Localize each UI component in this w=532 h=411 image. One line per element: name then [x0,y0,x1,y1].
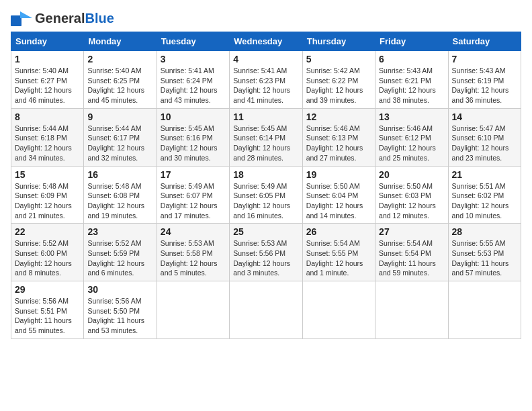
svg-marker-1 [20,11,32,18]
weekday-header: Saturday [448,32,521,51]
calendar-cell: 2Sunrise: 5:40 AMSunset: 6:25 PMDaylight… [84,51,157,109]
calendar-cell [448,281,521,339]
weekday-header: Thursday [302,32,375,51]
calendar-cell: 18Sunrise: 5:49 AMSunset: 6:05 PMDayligh… [230,166,302,224]
calendar-cell: 21Sunrise: 5:51 AMSunset: 6:02 PMDayligh… [448,166,521,224]
day-info: Sunrise: 5:53 AMSunset: 5:58 PMDaylight:… [161,238,226,278]
day-number: 8 [15,111,80,122]
day-number: 18 [233,169,298,180]
logo-icon [11,11,32,26]
day-number: 7 [452,54,517,64]
weekday-header: Monday [84,32,157,51]
logo-text: GeneralBlue [35,11,114,26]
day-info: Sunrise: 5:40 AMSunset: 6:27 PMDaylight:… [15,66,80,105]
calendar-cell: 27Sunrise: 5:54 AMSunset: 5:54 PMDayligh… [375,224,448,281]
page-header: GeneralBlue [11,11,521,26]
day-number: 5 [306,54,371,64]
day-info: Sunrise: 5:47 AMSunset: 6:10 PMDaylight:… [452,124,517,163]
calendar-cell: 14Sunrise: 5:47 AMSunset: 6:10 PMDayligh… [448,108,521,166]
day-number: 10 [161,111,226,122]
day-info: Sunrise: 5:49 AMSunset: 6:05 PMDaylight:… [233,181,298,221]
day-number: 28 [452,226,517,237]
weekday-header: Tuesday [157,32,229,51]
day-number: 30 [87,284,152,295]
day-number: 12 [306,111,371,122]
weekday-header-row: SundayMondayTuesdayWednesdayThursdayFrid… [11,32,521,51]
calendar-cell [375,281,448,339]
day-info: Sunrise: 5:43 AMSunset: 6:21 PMDaylight:… [379,66,444,105]
weekday-header: Wednesday [230,32,302,51]
day-info: Sunrise: 5:50 AMSunset: 6:03 PMDaylight:… [379,181,444,221]
day-info: Sunrise: 5:40 AMSunset: 6:25 PMDaylight:… [87,66,152,105]
calendar-cell [157,281,229,339]
day-info: Sunrise: 5:43 AMSunset: 6:19 PMDaylight:… [452,66,517,105]
day-info: Sunrise: 5:45 AMSunset: 6:16 PMDaylight:… [161,124,226,163]
day-number: 27 [379,226,444,237]
day-number: 9 [87,111,152,122]
day-number: 23 [87,226,152,237]
calendar-week-row: 22Sunrise: 5:52 AMSunset: 6:00 PMDayligh… [11,224,521,281]
day-info: Sunrise: 5:53 AMSunset: 5:56 PMDaylight:… [233,238,298,278]
calendar-cell: 12Sunrise: 5:46 AMSunset: 6:13 PMDayligh… [302,108,375,166]
calendar-cell: 20Sunrise: 5:50 AMSunset: 6:03 PMDayligh… [375,166,448,224]
day-number: 21 [452,169,517,180]
calendar-cell: 17Sunrise: 5:49 AMSunset: 6:07 PMDayligh… [157,166,229,224]
svg-rect-0 [11,15,21,26]
day-number: 20 [379,169,444,180]
weekday-header: Sunday [11,32,84,51]
calendar-cell: 13Sunrise: 5:46 AMSunset: 6:12 PMDayligh… [375,108,448,166]
day-info: Sunrise: 5:52 AMSunset: 6:00 PMDaylight:… [15,238,80,278]
calendar-cell: 23Sunrise: 5:52 AMSunset: 5:59 PMDayligh… [84,224,157,281]
calendar-cell: 7Sunrise: 5:43 AMSunset: 6:19 PMDaylight… [448,51,521,109]
day-number: 2 [87,54,152,64]
day-info: Sunrise: 5:56 AMSunset: 5:51 PMDaylight:… [15,296,80,336]
calendar-cell: 22Sunrise: 5:52 AMSunset: 6:00 PMDayligh… [11,224,84,281]
day-info: Sunrise: 5:48 AMSunset: 6:08 PMDaylight:… [87,181,152,221]
calendar-cell: 10Sunrise: 5:45 AMSunset: 6:16 PMDayligh… [157,108,229,166]
calendar-cell: 26Sunrise: 5:54 AMSunset: 5:55 PMDayligh… [302,224,375,281]
day-info: Sunrise: 5:50 AMSunset: 6:04 PMDaylight:… [306,181,371,221]
calendar-cell: 11Sunrise: 5:45 AMSunset: 6:14 PMDayligh… [230,108,302,166]
day-number: 14 [452,111,517,122]
calendar-week-row: 1Sunrise: 5:40 AMSunset: 6:27 PMDaylight… [11,51,521,109]
day-number: 13 [379,111,444,122]
day-number: 16 [87,169,152,180]
calendar-cell: 30Sunrise: 5:56 AMSunset: 5:50 PMDayligh… [84,281,157,339]
calendar-week-row: 29Sunrise: 5:56 AMSunset: 5:51 PMDayligh… [11,281,521,339]
day-info: Sunrise: 5:45 AMSunset: 6:14 PMDaylight:… [233,124,298,163]
calendar-cell: 4Sunrise: 5:41 AMSunset: 6:23 PMDaylight… [230,51,302,109]
day-info: Sunrise: 5:52 AMSunset: 5:59 PMDaylight:… [87,238,152,278]
calendar-cell: 6Sunrise: 5:43 AMSunset: 6:21 PMDaylight… [375,51,448,109]
day-info: Sunrise: 5:41 AMSunset: 6:23 PMDaylight:… [233,66,298,105]
day-number: 3 [161,54,226,64]
calendar-cell: 5Sunrise: 5:42 AMSunset: 6:22 PMDaylight… [302,51,375,109]
calendar-cell: 19Sunrise: 5:50 AMSunset: 6:04 PMDayligh… [302,166,375,224]
day-number: 15 [15,169,80,180]
calendar-cell: 28Sunrise: 5:55 AMSunset: 5:53 PMDayligh… [448,224,521,281]
day-info: Sunrise: 5:46 AMSunset: 6:12 PMDaylight:… [379,124,444,163]
day-info: Sunrise: 5:44 AMSunset: 6:17 PMDaylight:… [87,124,152,163]
day-info: Sunrise: 5:44 AMSunset: 6:18 PMDaylight:… [15,124,80,163]
weekday-header: Friday [375,32,448,51]
calendar-week-row: 8Sunrise: 5:44 AMSunset: 6:18 PMDaylight… [11,108,521,166]
calendar-cell: 9Sunrise: 5:44 AMSunset: 6:17 PMDaylight… [84,108,157,166]
day-info: Sunrise: 5:51 AMSunset: 6:02 PMDaylight:… [452,181,517,221]
calendar-cell: 3Sunrise: 5:41 AMSunset: 6:24 PMDaylight… [157,51,229,109]
day-number: 4 [233,54,298,64]
calendar-cell: 24Sunrise: 5:53 AMSunset: 5:58 PMDayligh… [157,224,229,281]
day-number: 25 [233,226,298,237]
day-info: Sunrise: 5:54 AMSunset: 5:55 PMDaylight:… [306,238,371,278]
day-number: 6 [379,54,444,64]
logo: GeneralBlue [11,11,114,26]
day-info: Sunrise: 5:55 AMSunset: 5:53 PMDaylight:… [452,238,517,278]
day-info: Sunrise: 5:42 AMSunset: 6:22 PMDaylight:… [306,66,371,105]
calendar-cell: 8Sunrise: 5:44 AMSunset: 6:18 PMDaylight… [11,108,84,166]
day-number: 29 [15,284,80,295]
calendar-cell: 15Sunrise: 5:48 AMSunset: 6:09 PMDayligh… [11,166,84,224]
day-info: Sunrise: 5:46 AMSunset: 6:13 PMDaylight:… [306,124,371,163]
calendar-week-row: 15Sunrise: 5:48 AMSunset: 6:09 PMDayligh… [11,166,521,224]
day-info: Sunrise: 5:41 AMSunset: 6:24 PMDaylight:… [161,66,226,105]
day-number: 26 [306,226,371,237]
day-info: Sunrise: 5:49 AMSunset: 6:07 PMDaylight:… [161,181,226,221]
day-info: Sunrise: 5:56 AMSunset: 5:50 PMDaylight:… [87,296,152,336]
